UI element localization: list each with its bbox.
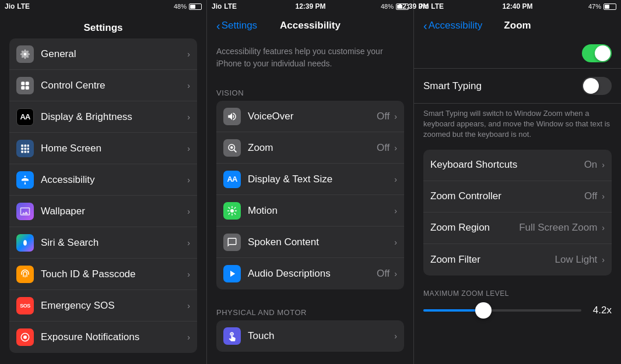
audio-descriptions-label: Audio Descriptions <box>248 268 377 280</box>
keyboard-shortcuts-label: Keyboard Shortcuts <box>430 159 584 171</box>
settings-item-touch[interactable]: Touch › <box>216 320 404 352</box>
svg-point-15 <box>23 240 27 245</box>
battery-pct-2: 48% <box>381 3 394 10</box>
zoom-icon <box>223 139 241 157</box>
wallpaper-label: Wallpaper <box>41 206 186 217</box>
zoom-label: Zoom <box>248 142 377 154</box>
settings-item-keyboard-shortcuts[interactable]: Keyboard Shortcuts On › <box>423 150 612 181</box>
battery-pct-3: 47% <box>588 3 601 10</box>
settings-item-control-centre[interactable]: Control Centre › <box>9 70 197 101</box>
back-label-2: Settings <box>222 20 257 31</box>
settings-item-motion[interactable]: Motion › <box>216 195 404 227</box>
svg-rect-2 <box>26 82 29 85</box>
accessibility-description: Accessibility features help you customis… <box>207 38 413 79</box>
settings-item-accessibility[interactable]: Accessibility › ➤ <box>9 164 197 196</box>
settings-item-exposure[interactable]: Exposure Notifications › <box>9 321 197 353</box>
slider-track-wrapper: 4.2x <box>423 305 612 316</box>
emergency-sos-icon: SOS <box>16 297 34 314</box>
touch-icon <box>223 327 241 345</box>
svg-point-14 <box>24 175 26 177</box>
settings-group-1: General › Control Centre › AA Display & … <box>9 38 197 353</box>
zoom-controller-value: Off <box>584 190 597 202</box>
status-right-2: 48% <box>381 3 409 10</box>
battery-fill-1 <box>190 5 195 9</box>
svg-rect-3 <box>21 86 24 89</box>
svg-rect-5 <box>21 144 23 147</box>
zoom-settings-list: Keyboard Shortcuts On › Zoom Controller … <box>414 150 621 364</box>
panel2-header: ‹ Settings Accessibility <box>207 13 413 38</box>
display-brightness-chevron: › <box>187 112 190 122</box>
svg-rect-6 <box>24 144 27 147</box>
zoom-settings-group: Keyboard Shortcuts On › Zoom Controller … <box>423 150 612 275</box>
settings-item-display-text-size[interactable]: AA Display & Text Size › <box>216 164 404 195</box>
exposure-label: Exposure Notifications <box>41 331 186 343</box>
back-accessibility-button[interactable]: ‹ Accessibility <box>423 19 482 33</box>
emergency-sos-chevron: › <box>187 301 190 310</box>
settings-item-zoom[interactable]: Zoom Off › ◀ <box>216 132 404 164</box>
svg-point-17 <box>23 335 27 339</box>
time-3: 12:40 PM <box>502 2 532 10</box>
zoom-slider-thumb[interactable] <box>475 302 492 319</box>
settings-group-motor: Touch › <box>216 320 404 352</box>
zoom-region-chevron: › <box>602 223 605 232</box>
settings-item-touch-id[interactable]: Touch ID & Passcode › <box>9 259 197 290</box>
smart-typing-knob <box>583 78 599 94</box>
accessibility-label: Accessibility <box>41 174 186 186</box>
settings-item-zoom-region[interactable]: Zoom Region Full Screen Zoom › <box>423 213 612 244</box>
carrier-1: Jio <box>5 2 15 10</box>
touch-id-chevron: › <box>187 270 190 279</box>
svg-line-20 <box>234 150 236 151</box>
zoom-region-label: Zoom Region <box>430 222 519 234</box>
settings-item-zoom-filter[interactable]: Zoom Filter Low Light › ◀ <box>423 244 612 275</box>
settings-item-siri-search[interactable]: Siri & Search › <box>9 227 197 259</box>
zoom-filter-value: Low Light <box>555 254 598 266</box>
control-centre-chevron: › <box>187 81 190 90</box>
settings-item-audio-descriptions[interactable]: Audio Descriptions Off › <box>216 258 404 289</box>
touch-chevron: › <box>394 331 397 341</box>
zoom-toggle-knob <box>595 45 611 61</box>
touch-id-icon <box>16 266 34 283</box>
zoom-controller-chevron: › <box>602 192 605 201</box>
smart-typing-toggle[interactable] <box>582 77 612 95</box>
home-screen-chevron: › <box>187 144 190 153</box>
settings-item-display-brightness[interactable]: AA Display & Brightness › <box>9 101 197 133</box>
panel-accessibility: Jio LTE 12:39 PM 48% ‹ Settings Accessib… <box>207 0 414 364</box>
motion-label: Motion <box>248 205 393 217</box>
status-bar-3: Jio LTE 12:40 PM 47% <box>414 0 621 13</box>
keyboard-shortcuts-chevron: › <box>602 160 605 169</box>
zoom-slider-value: 4.2x <box>588 305 612 316</box>
zoom-chevron: › <box>394 143 397 153</box>
settings-item-voiceover[interactable]: VoiceOver Off › <box>216 101 404 132</box>
settings-item-zoom-controller[interactable]: Zoom Controller Off › <box>423 181 612 213</box>
svg-rect-7 <box>27 144 29 147</box>
status-left-1: Jio LTE <box>5 2 30 10</box>
voiceover-chevron: › <box>394 112 397 121</box>
zoom-slider-track[interactable] <box>423 309 581 312</box>
control-centre-label: Control Centre <box>41 80 186 91</box>
settings-item-spoken-content[interactable]: Spoken Content › <box>216 227 404 258</box>
audio-descriptions-chevron: › <box>394 269 397 278</box>
svg-rect-13 <box>27 150 29 153</box>
accessibility-title: Accessibility <box>280 20 341 31</box>
settings-item-general[interactable]: General › <box>9 38 197 70</box>
siri-icon <box>16 234 34 252</box>
status-left-2: Jio LTE <box>212 2 237 10</box>
zoom-main-toggle[interactable] <box>582 44 612 62</box>
status-right-3: 47% <box>588 3 616 10</box>
settings-item-emergency-sos[interactable]: SOS Emergency SOS › <box>9 290 197 321</box>
exposure-chevron: › <box>187 333 190 342</box>
general-label: General <box>41 48 186 60</box>
back-chevron-2: ‹ <box>216 19 220 33</box>
panel1-header: Settings <box>0 13 206 38</box>
spoken-content-label: Spoken Content <box>248 236 393 248</box>
zoom-level-slider-container: MAXIMUM ZOOM LEVEL 4.2x <box>414 285 621 326</box>
settings-item-home-screen[interactable]: Home Screen › <box>9 133 197 164</box>
display-brightness-icon: AA <box>16 108 34 126</box>
settings-item-wallpaper[interactable]: Wallpaper › <box>9 196 197 227</box>
network-1: LTE <box>17 2 30 10</box>
display-brightness-label: Display & Brightness <box>41 111 186 123</box>
svg-rect-9 <box>24 147 27 150</box>
back-settings-button[interactable]: ‹ Settings <box>216 19 257 33</box>
spoken-content-chevron: › <box>394 238 397 247</box>
audio-descriptions-icon <box>223 265 241 282</box>
